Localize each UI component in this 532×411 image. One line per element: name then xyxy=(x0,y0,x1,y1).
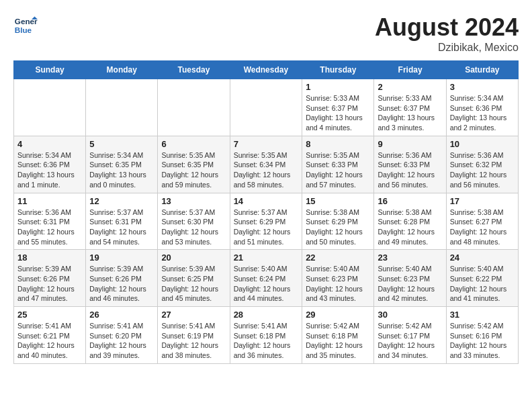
day-cell: 18Sunrise: 5:39 AM Sunset: 6:26 PM Dayli… xyxy=(14,250,86,307)
day-cell: 21Sunrise: 5:40 AM Sunset: 6:24 PM Dayli… xyxy=(230,250,302,307)
day-number: 27 xyxy=(161,310,226,320)
day-cell: 9Sunrise: 5:36 AM Sunset: 6:33 PM Daylig… xyxy=(374,136,446,193)
day-cell xyxy=(158,79,230,136)
day-info: Sunrise: 5:42 AM Sunset: 6:17 PM Dayligh… xyxy=(378,321,442,361)
day-cell: 22Sunrise: 5:40 AM Sunset: 6:23 PM Dayli… xyxy=(302,250,374,307)
day-cell: 28Sunrise: 5:41 AM Sunset: 6:18 PM Dayli… xyxy=(230,307,302,364)
day-cell: 10Sunrise: 5:36 AM Sunset: 6:32 PM Dayli… xyxy=(446,136,518,193)
day-cell: 8Sunrise: 5:35 AM Sunset: 6:33 PM Daylig… xyxy=(302,136,374,193)
day-cell xyxy=(86,79,158,136)
day-info: Sunrise: 5:38 AM Sunset: 6:27 PM Dayligh… xyxy=(450,208,515,247)
day-number: 11 xyxy=(17,196,82,206)
day-number: 8 xyxy=(306,139,370,149)
day-number: 7 xyxy=(234,139,299,149)
header-cell-friday: Friday xyxy=(374,61,446,79)
week-row-4: 18Sunrise: 5:39 AM Sunset: 6:26 PM Dayli… xyxy=(14,250,519,307)
logo: General Blue xyxy=(13,13,38,38)
day-number: 3 xyxy=(450,82,515,92)
day-number: 24 xyxy=(450,253,515,263)
day-number: 10 xyxy=(450,139,515,149)
day-info: Sunrise: 5:38 AM Sunset: 6:28 PM Dayligh… xyxy=(378,208,442,247)
calendar-table: SundayMondayTuesdayWednesdayThursdayFrid… xyxy=(13,60,519,364)
day-number: 12 xyxy=(89,196,154,206)
day-number: 25 xyxy=(17,310,82,320)
day-number: 9 xyxy=(378,139,442,149)
day-cell: 17Sunrise: 5:38 AM Sunset: 6:27 PM Dayli… xyxy=(446,193,518,250)
day-info: Sunrise: 5:35 AM Sunset: 6:33 PM Dayligh… xyxy=(306,150,370,190)
header-cell-thursday: Thursday xyxy=(302,61,374,79)
day-info: Sunrise: 5:37 AM Sunset: 6:31 PM Dayligh… xyxy=(89,208,154,247)
day-number: 6 xyxy=(161,139,226,149)
day-cell: 27Sunrise: 5:41 AM Sunset: 6:19 PM Dayli… xyxy=(158,307,230,364)
week-row-5: 25Sunrise: 5:41 AM Sunset: 6:21 PM Dayli… xyxy=(14,307,519,364)
page-header: General Blue August 2024 Dzibikak, Mexic… xyxy=(13,13,519,54)
day-info: Sunrise: 5:41 AM Sunset: 6:20 PM Dayligh… xyxy=(89,321,154,361)
day-cell: 19Sunrise: 5:39 AM Sunset: 6:26 PM Dayli… xyxy=(86,250,158,307)
location-subtitle: Dzibikak, Mexico xyxy=(375,42,519,54)
day-cell xyxy=(14,79,86,136)
day-info: Sunrise: 5:42 AM Sunset: 6:18 PM Dayligh… xyxy=(306,321,370,361)
day-info: Sunrise: 5:39 AM Sunset: 6:26 PM Dayligh… xyxy=(89,264,154,304)
day-number: 29 xyxy=(306,310,370,320)
logo-icon: General Blue xyxy=(13,13,38,38)
day-info: Sunrise: 5:33 AM Sunset: 6:37 PM Dayligh… xyxy=(378,93,442,133)
calendar-body: 1Sunrise: 5:33 AM Sunset: 6:37 PM Daylig… xyxy=(14,79,519,364)
header-cell-wednesday: Wednesday xyxy=(230,61,302,79)
day-info: Sunrise: 5:40 AM Sunset: 6:23 PM Dayligh… xyxy=(378,264,442,304)
header-cell-sunday: Sunday xyxy=(14,61,86,79)
day-info: Sunrise: 5:34 AM Sunset: 6:36 PM Dayligh… xyxy=(450,93,515,133)
day-info: Sunrise: 5:41 AM Sunset: 6:21 PM Dayligh… xyxy=(17,321,82,361)
day-cell: 7Sunrise: 5:35 AM Sunset: 6:34 PM Daylig… xyxy=(230,136,302,193)
day-cell: 12Sunrise: 5:37 AM Sunset: 6:31 PM Dayli… xyxy=(86,193,158,250)
day-info: Sunrise: 5:36 AM Sunset: 6:33 PM Dayligh… xyxy=(378,150,442,190)
day-cell xyxy=(230,79,302,136)
day-number: 15 xyxy=(306,196,370,206)
calendar-header: SundayMondayTuesdayWednesdayThursdayFrid… xyxy=(14,61,519,79)
day-cell: 16Sunrise: 5:38 AM Sunset: 6:28 PM Dayli… xyxy=(374,193,446,250)
day-cell: 25Sunrise: 5:41 AM Sunset: 6:21 PM Dayli… xyxy=(14,307,86,364)
day-number: 5 xyxy=(89,139,154,149)
day-number: 17 xyxy=(450,196,515,206)
day-cell: 6Sunrise: 5:35 AM Sunset: 6:35 PM Daylig… xyxy=(158,136,230,193)
header-cell-tuesday: Tuesday xyxy=(158,61,230,79)
day-cell: 31Sunrise: 5:42 AM Sunset: 6:16 PM Dayli… xyxy=(446,307,518,364)
day-number: 14 xyxy=(234,196,299,206)
day-cell: 2Sunrise: 5:33 AM Sunset: 6:37 PM Daylig… xyxy=(374,79,446,136)
title-block: August 2024 Dzibikak, Mexico xyxy=(375,13,519,54)
day-number: 20 xyxy=(161,253,226,263)
day-info: Sunrise: 5:39 AM Sunset: 6:25 PM Dayligh… xyxy=(161,264,226,304)
week-row-3: 11Sunrise: 5:36 AM Sunset: 6:31 PM Dayli… xyxy=(14,193,519,250)
day-info: Sunrise: 5:41 AM Sunset: 6:18 PM Dayligh… xyxy=(234,321,299,361)
month-year-title: August 2024 xyxy=(375,13,519,42)
day-number: 4 xyxy=(17,139,82,149)
day-cell: 24Sunrise: 5:40 AM Sunset: 6:22 PM Dayli… xyxy=(446,250,518,307)
day-number: 30 xyxy=(378,310,442,320)
day-number: 1 xyxy=(306,82,370,92)
week-row-2: 4Sunrise: 5:34 AM Sunset: 6:36 PM Daylig… xyxy=(14,136,519,193)
day-number: 23 xyxy=(378,253,442,263)
day-info: Sunrise: 5:40 AM Sunset: 6:24 PM Dayligh… xyxy=(234,264,299,304)
day-cell: 1Sunrise: 5:33 AM Sunset: 6:37 PM Daylig… xyxy=(302,79,374,136)
day-info: Sunrise: 5:39 AM Sunset: 6:26 PM Dayligh… xyxy=(17,264,82,304)
day-cell: 26Sunrise: 5:41 AM Sunset: 6:20 PM Dayli… xyxy=(86,307,158,364)
day-cell: 3Sunrise: 5:34 AM Sunset: 6:36 PM Daylig… xyxy=(446,79,518,136)
day-info: Sunrise: 5:35 AM Sunset: 6:35 PM Dayligh… xyxy=(161,150,226,190)
day-info: Sunrise: 5:40 AM Sunset: 6:23 PM Dayligh… xyxy=(306,264,370,304)
day-info: Sunrise: 5:37 AM Sunset: 6:30 PM Dayligh… xyxy=(161,208,226,247)
day-info: Sunrise: 5:34 AM Sunset: 6:35 PM Dayligh… xyxy=(89,150,154,190)
day-info: Sunrise: 5:36 AM Sunset: 6:32 PM Dayligh… xyxy=(450,150,515,190)
week-row-1: 1Sunrise: 5:33 AM Sunset: 6:37 PM Daylig… xyxy=(14,79,519,136)
day-info: Sunrise: 5:41 AM Sunset: 6:19 PM Dayligh… xyxy=(161,321,226,361)
day-cell: 15Sunrise: 5:38 AM Sunset: 6:29 PM Dayli… xyxy=(302,193,374,250)
day-cell: 11Sunrise: 5:36 AM Sunset: 6:31 PM Dayli… xyxy=(14,193,86,250)
day-number: 18 xyxy=(17,253,82,263)
day-info: Sunrise: 5:35 AM Sunset: 6:34 PM Dayligh… xyxy=(234,150,299,190)
day-number: 19 xyxy=(89,253,154,263)
day-info: Sunrise: 5:34 AM Sunset: 6:36 PM Dayligh… xyxy=(17,150,82,190)
day-number: 31 xyxy=(450,310,515,320)
header-cell-monday: Monday xyxy=(86,61,158,79)
day-info: Sunrise: 5:40 AM Sunset: 6:22 PM Dayligh… xyxy=(450,264,515,304)
day-number: 28 xyxy=(234,310,299,320)
header-row: SundayMondayTuesdayWednesdayThursdayFrid… xyxy=(14,61,519,79)
day-info: Sunrise: 5:38 AM Sunset: 6:29 PM Dayligh… xyxy=(306,208,370,247)
